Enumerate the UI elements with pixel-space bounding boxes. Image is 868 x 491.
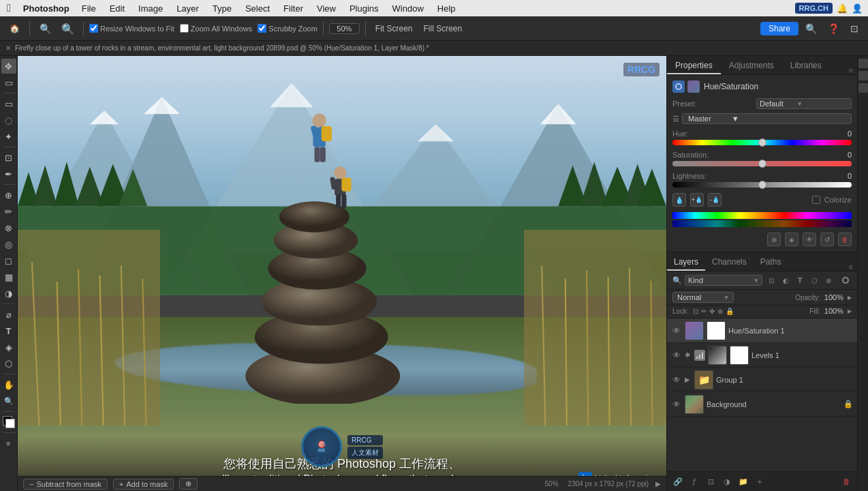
eyedropper-add-button[interactable]: +💧 <box>690 193 704 207</box>
tab-libraries[interactable]: Libraries <box>782 58 830 74</box>
colorize-checkbox[interactable] <box>812 196 820 204</box>
opacity-arrow[interactable]: ▶ <box>848 295 852 301</box>
tab-close-button[interactable]: ✕ <box>5 44 11 52</box>
blend-mode-dropdown[interactable]: Normal ▼ <box>672 292 734 303</box>
panel-cc-icon[interactable] <box>858 71 868 80</box>
lasso-tool[interactable]: ◌ <box>1 113 16 128</box>
eyedropper-subtract-button[interactable]: -💧 <box>708 193 722 207</box>
foreground-color[interactable] <box>1 415 16 430</box>
panel-menu-icon[interactable]: ≡ <box>849 66 853 74</box>
share-button[interactable]: Share <box>760 22 799 35</box>
resize-windows-checkbox[interactable] <box>89 24 98 33</box>
filter-shape-icon[interactable]: ⬡ <box>808 274 820 286</box>
clip-to-layer-button[interactable]: ⊕ <box>767 233 781 246</box>
menu-file[interactable]: File <box>75 3 103 14</box>
levels-visibility-icon[interactable]: 👁 <box>671 350 682 361</box>
hue-slider[interactable] <box>672 140 852 145</box>
spot-healing-tool[interactable]: ⊕ <box>1 188 16 203</box>
new-adjustment-icon[interactable]: ◑ <box>720 475 734 488</box>
dodge-tool[interactable]: ◑ <box>1 286 16 301</box>
zoom-all-windows-checkbox[interactable] <box>180 24 189 33</box>
mask-options-button[interactable]: ⊕ <box>179 478 198 490</box>
move-tool[interactable]: ✥ <box>1 59 16 74</box>
reset-button[interactable]: ↺ <box>820 233 834 246</box>
layer-item-background[interactable]: 👁 Background 🔒 <box>667 392 857 417</box>
zoom-in-button[interactable]: 🔍 <box>57 21 79 36</box>
lock-position-icon[interactable]: ✥ <box>709 308 715 315</box>
pen-tool[interactable]: ⌀ <box>1 307 16 322</box>
new-layer-icon[interactable]: + <box>753 475 766 488</box>
subtract-from-mask-button[interactable]: − Subtract from mask <box>23 479 108 490</box>
menu-layer[interactable]: Layer <box>170 3 206 14</box>
shape-tool[interactable]: ⬡ <box>1 356 16 371</box>
user-icon[interactable]: 👤 <box>852 3 863 14</box>
zoom-out-button[interactable]: 🔍 <box>35 22 55 35</box>
lock-all-icon[interactable]: 🔒 <box>726 308 734 315</box>
saturation-slider[interactable] <box>672 161 852 166</box>
tab-channels[interactable]: Channels <box>705 254 754 271</box>
filter-adjustment-icon[interactable]: ◐ <box>779 274 792 286</box>
menu-help[interactable]: Help <box>431 3 463 14</box>
artboard-tool[interactable]: ▭ <box>1 75 16 90</box>
menu-edit[interactable]: Edit <box>103 3 131 14</box>
hand-tool[interactable]: ✋ <box>1 377 16 392</box>
text-tool[interactable]: T <box>1 323 16 338</box>
view-previous-button[interactable]: ◈ <box>785 233 799 246</box>
rectangular-marquee-tool[interactable]: ▭ <box>1 96 16 111</box>
filter-pixel-icon[interactable]: ⊡ <box>765 274 777 286</box>
filter-kind-dropdown[interactable]: Kind ▼ <box>685 275 762 286</box>
search-icon[interactable]: 🔍 <box>801 22 821 35</box>
menu-plugins[interactable]: Plugins <box>343 3 386 14</box>
hue-sat-visibility-icon[interactable]: 👁 <box>671 325 682 336</box>
help-icon[interactable]: ❓ <box>824 22 843 35</box>
lock-transparent-icon[interactable]: ⊡ <box>693 308 698 315</box>
eyedropper-button[interactable]: 💧 <box>672 193 686 207</box>
layer-item-levels[interactable]: 👁 ✱ Levels 1 <box>667 343 857 368</box>
fit-screen-button[interactable]: Fit Screen <box>371 23 417 35</box>
menu-type[interactable]: Type <box>206 3 238 14</box>
tab-properties[interactable]: Properties <box>667 58 721 74</box>
gradient-tool[interactable]: ▦ <box>1 269 16 284</box>
lightness-thumb[interactable] <box>758 181 766 189</box>
notifications-icon[interactable]: 🔔 <box>837 3 848 14</box>
bg-visibility-icon[interactable]: 👁 <box>671 399 682 410</box>
group-expand-icon[interactable]: ▶ <box>685 376 690 383</box>
saturation-thumb[interactable] <box>758 160 766 168</box>
delete-adjustment-button[interactable]: 🗑 <box>838 233 852 246</box>
add-to-mask-button[interactable]: + Add to mask <box>113 479 174 490</box>
dimensions-expand[interactable]: ▶ <box>655 480 661 488</box>
filter-toggle[interactable] <box>839 274 852 286</box>
clone-stamp-tool[interactable]: ⊗ <box>1 220 16 235</box>
filter-smart-icon[interactable]: ⊗ <box>822 274 835 286</box>
add-style-icon[interactable]: ƒ <box>687 475 701 488</box>
menu-filter[interactable]: Filter <box>277 3 310 14</box>
hue-thumb[interactable] <box>758 138 766 147</box>
panel-other-icon[interactable] <box>858 83 868 93</box>
menu-select[interactable]: Select <box>238 3 277 14</box>
group-visibility-icon[interactable]: 👁 <box>671 374 682 385</box>
fill-screen-button[interactable]: Fill Screen <box>420 23 467 35</box>
apple-menu[interactable]:  <box>0 2 18 14</box>
new-group-icon[interactable]: 📁 <box>737 475 750 488</box>
scrubby-zoom-checkbox[interactable] <box>258 24 266 33</box>
tab-layers[interactable]: Layers <box>667 254 705 271</box>
eyedropper-tool[interactable]: ✒ <box>1 166 16 181</box>
fill-arrow[interactable]: ▶ <box>848 308 852 314</box>
lock-image-icon[interactable]: ✏ <box>701 308 707 315</box>
path-selection-tool[interactable]: ◈ <box>1 340 16 355</box>
panel-toggle-icon[interactable]: ⊡ <box>846 22 863 35</box>
home-button[interactable]: 🏠 <box>5 23 24 35</box>
magic-wand-tool[interactable]: ✦ <box>1 129 16 144</box>
panel-history-icon[interactable] <box>858 59 868 68</box>
visibility-toggle[interactable]: 👁 <box>803 233 816 246</box>
layer-item-hue-saturation[interactable]: 👁 Hue/Saturation 1 <box>667 318 857 343</box>
tab-paths[interactable]: Paths <box>754 254 788 271</box>
add-mask-icon[interactable]: ⊡ <box>704 475 717 488</box>
history-brush-tool[interactable]: ◎ <box>1 237 16 252</box>
lightness-slider[interactable] <box>672 182 852 188</box>
menu-image[interactable]: Image <box>131 3 170 14</box>
layers-menu-icon[interactable]: ≡ <box>849 263 853 271</box>
menu-view[interactable]: View <box>310 3 343 14</box>
tab-adjustments[interactable]: Adjustments <box>721 58 782 74</box>
filter-text-icon[interactable]: T <box>794 274 806 286</box>
